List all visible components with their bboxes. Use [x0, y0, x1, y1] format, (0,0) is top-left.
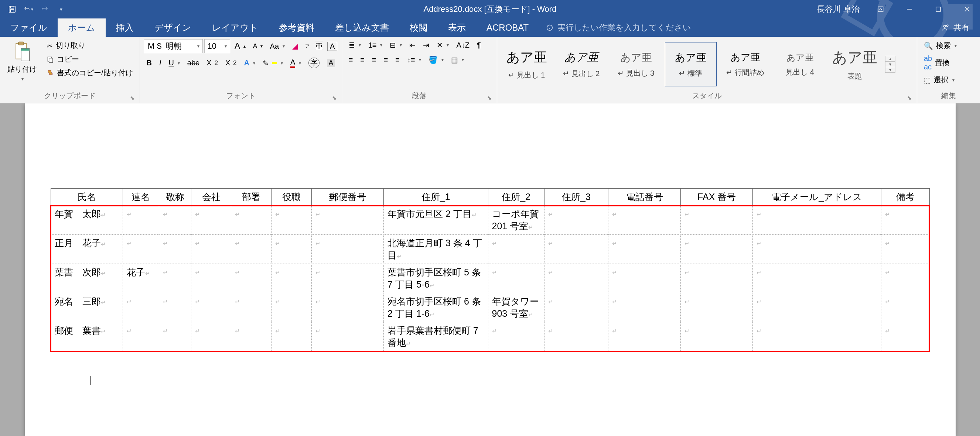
table-cell[interactable]: 宛名 三郎↵: [51, 293, 123, 322]
table-cell[interactable]: ↵: [544, 322, 608, 352]
shading-button[interactable]: 🪣▾: [426, 54, 447, 66]
phonetic-guide-button[interactable]: ア亜: [302, 40, 326, 53]
undo-icon[interactable]: ▾: [24, 5, 33, 14]
table-cell[interactable]: ↵: [231, 235, 272, 264]
table-header[interactable]: 敬称: [159, 189, 191, 206]
tab-design[interactable]: デザイン: [144, 19, 202, 37]
text-effects-button[interactable]: A▾: [241, 57, 258, 69]
table-row[interactable]: 葉書 次郎↵花子↵↵↵↵↵↵葉書市切手区桜町 5 条 7 丁目 5-6↵↵↵↵↵…: [51, 264, 929, 293]
style-item-nosp[interactable]: あア亜↵ 行間詰め: [719, 42, 771, 86]
table-cell[interactable]: ↵: [608, 293, 681, 322]
tab-layout[interactable]: レイアウト: [202, 19, 269, 37]
document-area[interactable]: 氏名連名敬称会社部署役職郵便番号住所_1住所_2住所_3電話番号FAX 番号電子…: [0, 103, 980, 436]
table-header[interactable]: 氏名: [51, 189, 123, 206]
table-header[interactable]: 役職: [271, 189, 312, 206]
numbering-button[interactable]: 1≡▾: [365, 40, 386, 51]
table-cell[interactable]: ↵: [123, 322, 159, 352]
table-cell[interactable]: ↵: [681, 293, 753, 322]
close-button[interactable]: [954, 0, 980, 19]
paragraph-launcher-icon[interactable]: ⬊: [487, 95, 492, 101]
copy-button[interactable]: コピー: [44, 53, 136, 66]
table-cell[interactable]: ↵: [123, 293, 159, 322]
table-row[interactable]: 郵便 葉書↵↵↵↵↵↵↵岩手県葉書村郵便町 7 番地↵↵↵↵↵↵↵: [51, 322, 929, 352]
character-border-button[interactable]: A: [327, 42, 337, 51]
tab-review[interactable]: 校閲: [399, 19, 438, 37]
table-header[interactable]: 部署: [231, 189, 272, 206]
cut-button[interactable]: ✂切り取り: [44, 39, 136, 52]
table-cell[interactable]: ↵: [312, 235, 384, 264]
font-name-combo[interactable]: ＭＳ 明朝▾: [144, 39, 203, 53]
table-cell[interactable]: ↵: [488, 264, 544, 293]
table-cell[interactable]: ↵: [191, 293, 231, 322]
qat-customize-icon[interactable]: ▾: [56, 5, 66, 14]
tab-home[interactable]: ホーム: [57, 19, 106, 37]
style-item-h1[interactable]: あア亜↵ 見出し 1: [501, 42, 553, 86]
paste-button[interactable]: 貼り付け ▾: [4, 39, 41, 84]
justify-button[interactable]: ≡: [381, 54, 391, 66]
table-cell[interactable]: ↵: [231, 322, 272, 352]
table-cell[interactable]: ↵: [191, 235, 231, 264]
table-cell[interactable]: 年賀市元旦区 2 丁目↵: [384, 206, 488, 235]
table-cell[interactable]: 年賀 太郎↵: [51, 206, 123, 235]
tab-mailings[interactable]: 差し込み文書: [325, 19, 399, 37]
table-cell[interactable]: ↵: [271, 322, 312, 352]
shrink-font-button[interactable]: A▾: [250, 41, 266, 52]
table-cell[interactable]: 岩手県葉書村郵便町 7 番地↵: [384, 322, 488, 352]
table-cell[interactable]: ↵: [191, 322, 231, 352]
style-item-h4[interactable]: あア亜見出し 4: [774, 42, 826, 86]
table-cell[interactable]: ↵: [608, 206, 681, 235]
decrease-indent-button[interactable]: ⇤: [406, 39, 418, 51]
table-cell[interactable]: ↵: [271, 293, 312, 322]
enclose-characters-button[interactable]: 字: [305, 56, 323, 70]
table-cell[interactable]: ↵: [191, 206, 231, 235]
tab-view[interactable]: 表示: [438, 19, 476, 37]
table-cell[interactable]: ↵: [881, 235, 929, 264]
align-right-button[interactable]: ≡: [369, 54, 379, 66]
table-cell[interactable]: ↵: [753, 322, 881, 352]
table-header[interactable]: 郵便番号: [312, 189, 384, 206]
table-cell[interactable]: ↵: [123, 235, 159, 264]
table-cell[interactable]: ↵: [881, 206, 929, 235]
tab-references[interactable]: 参考資料: [269, 19, 325, 37]
font-launcher-icon[interactable]: ⬊: [332, 95, 337, 101]
share-button[interactable]: 共有: [942, 19, 980, 37]
table-row[interactable]: 年賀 太郎↵↵↵↵↵↵↵年賀市元旦区 2 丁目↵コーポ年賀 201 号室↵↵↵↵…: [51, 206, 929, 235]
underline-button[interactable]: U▾: [166, 57, 183, 69]
table-cell[interactable]: ↵: [312, 206, 384, 235]
table-cell[interactable]: ↵: [123, 206, 159, 235]
table-cell[interactable]: ↵: [231, 264, 272, 293]
table-cell[interactable]: ↵: [312, 293, 384, 322]
table-row[interactable]: 宛名 三郎↵↵↵↵↵↵↵宛名市切手区桜町 6 条 2 丁目 1-6↵年賀タワー9…: [51, 293, 929, 322]
style-item-normal[interactable]: あア亜↵ 標準: [665, 42, 717, 86]
table-header[interactable]: 会社: [191, 189, 231, 206]
sort-button[interactable]: A↓Z: [453, 40, 473, 51]
table-cell[interactable]: ↵: [681, 264, 753, 293]
table-cell[interactable]: 郵便 葉書↵: [51, 322, 123, 352]
table-cell[interactable]: ↵: [753, 293, 881, 322]
table-cell[interactable]: ↵: [608, 264, 681, 293]
table-cell[interactable]: コーポ年賀 201 号室↵: [488, 206, 544, 235]
table-cell[interactable]: ↵: [681, 235, 753, 264]
select-button[interactable]: ⬚選択▾: [921, 73, 958, 86]
table-header[interactable]: 連名: [123, 189, 159, 206]
line-spacing-button[interactable]: ↕≡▾: [404, 54, 424, 66]
show-marks-button[interactable]: ¶: [474, 40, 484, 51]
tell-me-search[interactable]: 実行したい作業を入力してください: [539, 19, 698, 37]
table-cell[interactable]: 花子↵: [123, 264, 159, 293]
table-cell[interactable]: ↵: [312, 322, 384, 352]
highlight-button[interactable]: ✎▾: [260, 57, 286, 69]
bullets-button[interactable]: ≣▾: [346, 39, 364, 51]
subscript-button[interactable]: X2: [204, 57, 221, 69]
strikethrough-button[interactable]: abc: [185, 57, 202, 69]
table-cell[interactable]: ↵: [271, 206, 312, 235]
styles-launcher-icon[interactable]: ⬊: [907, 95, 912, 101]
table-cell[interactable]: ↵: [881, 264, 929, 293]
font-color-button[interactable]: A▾: [287, 57, 304, 70]
table-cell[interactable]: 葉書 次郎↵: [51, 264, 123, 293]
user-name[interactable]: 長谷川 卓治: [811, 4, 865, 15]
table-cell[interactable]: ↵: [159, 206, 191, 235]
table-cell[interactable]: ↵: [544, 293, 608, 322]
table-cell[interactable]: ↵: [753, 206, 881, 235]
table-cell[interactable]: ↵: [544, 264, 608, 293]
table-cell[interactable]: ↵: [231, 206, 272, 235]
